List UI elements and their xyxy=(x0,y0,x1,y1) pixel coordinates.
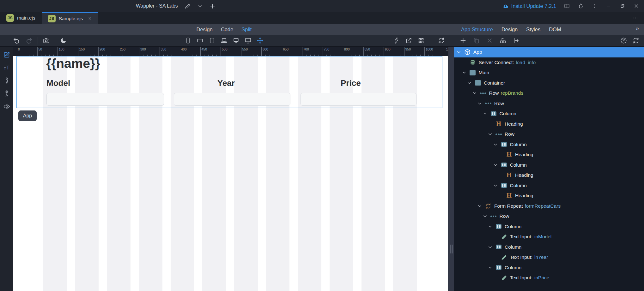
tree-row-row[interactable]: Row xyxy=(454,98,644,109)
device-desktop-large-icon[interactable] xyxy=(245,37,252,44)
year-heading[interactable]: Year xyxy=(217,78,235,88)
tree-row-repbrands[interactable]: RowrepBrands xyxy=(454,88,644,98)
tab-dom[interactable]: DOM xyxy=(549,27,561,33)
tree-row-column[interactable]: Column xyxy=(454,181,644,191)
split-view-icon[interactable] xyxy=(564,3,570,9)
typography-icon[interactable]: TT xyxy=(3,64,11,72)
tree-row-column[interactable]: Column xyxy=(454,222,644,232)
refresh-icon[interactable] xyxy=(438,37,445,44)
minimize-button[interactable] xyxy=(605,3,612,9)
chevron-down-icon[interactable] xyxy=(477,204,482,208)
tree-row-column[interactable]: Column xyxy=(454,263,644,273)
tree-row-heading[interactable]: HHeading xyxy=(454,119,644,129)
rename-project-pencil-icon[interactable] xyxy=(184,3,191,9)
chevron-down-icon[interactable] xyxy=(488,132,492,136)
project-chevron-down-icon[interactable] xyxy=(197,3,203,9)
chevron-down-icon[interactable] xyxy=(483,214,487,218)
view-mode-code[interactable]: Code xyxy=(221,27,233,33)
tree-row-column[interactable]: Column xyxy=(454,140,644,150)
theme-water-drop-icon[interactable] xyxy=(578,3,584,9)
new-project-plus-icon[interactable] xyxy=(209,3,216,9)
chevron-down-icon[interactable] xyxy=(488,224,492,229)
tree-row-heading[interactable]: HHeading xyxy=(454,191,644,201)
chevron-down-icon[interactable] xyxy=(493,142,498,147)
chevron-down-icon[interactable] xyxy=(483,111,487,116)
export-arrow-icon[interactable] xyxy=(513,37,520,44)
tree-row-main[interactable]: Main xyxy=(454,68,644,78)
qr-code-icon[interactable] xyxy=(417,37,425,44)
panel-refresh-icon[interactable] xyxy=(632,37,640,44)
model-text-input[interactable] xyxy=(46,93,164,106)
year-text-input[interactable] xyxy=(174,93,290,106)
tree-row-formrepeatcars[interactable]: Form RepeatformRepeatCars xyxy=(454,201,644,211)
device-phone-portrait-icon[interactable] xyxy=(185,37,192,44)
design-canvas[interactable]: {{name}} Model Year Price App xyxy=(13,56,448,291)
tab-app-structure[interactable]: App Structure xyxy=(461,27,493,33)
undo-icon[interactable] xyxy=(13,37,20,44)
tree-row-heading[interactable]: HHeading xyxy=(454,170,644,181)
screenshot-camera-icon[interactable] xyxy=(43,37,50,44)
tab-main-ejs[interactable]: JS main.ejs xyxy=(0,12,42,24)
tree-row-inmodel[interactable]: Text Input:inModel xyxy=(454,232,644,242)
view-mode-split[interactable]: Split xyxy=(241,27,252,33)
redo-icon[interactable] xyxy=(26,37,33,44)
edit-mode-icon[interactable] xyxy=(3,51,11,59)
panel-tabs-overflow-chevrons[interactable]: » xyxy=(636,25,639,32)
tab-styles[interactable]: Styles xyxy=(526,27,540,33)
more-vertical-icon[interactable] xyxy=(592,3,598,9)
view-mode-design[interactable]: Design xyxy=(197,27,213,33)
device-laptop-icon[interactable] xyxy=(221,37,228,44)
splitter-grip[interactable] xyxy=(450,245,453,253)
chevron-down-icon[interactable] xyxy=(472,91,477,95)
delete-icon[interactable] xyxy=(486,37,493,44)
tabbar-more-icon[interactable] xyxy=(633,16,638,20)
ruler-label: 1000 xyxy=(426,47,433,51)
price-text-input[interactable] xyxy=(301,93,416,106)
device-tablet-icon[interactable] xyxy=(209,37,216,44)
restore-button[interactable] xyxy=(619,3,626,9)
device-phone-landscape-icon[interactable] xyxy=(197,37,204,44)
chevron-down-icon[interactable] xyxy=(488,265,492,270)
responsive-move-icon[interactable] xyxy=(257,37,264,44)
duplicate-icon[interactable] xyxy=(473,37,480,44)
tree-node-label: Server Connect: xyxy=(479,60,514,65)
chevron-down-icon[interactable] xyxy=(457,50,461,54)
tree-row-load-info[interactable]: Server Connect:load_info xyxy=(454,57,644,68)
tree-row-container[interactable]: Container xyxy=(454,78,644,88)
tab-sample-ejs[interactable]: JS Sample.ejs xyxy=(42,12,99,24)
name-binding-heading[interactable]: {{name}} xyxy=(46,56,100,71)
tree-row-column[interactable]: Column xyxy=(454,109,644,119)
actions-lightning-icon[interactable] xyxy=(393,37,400,44)
model-heading[interactable]: Model xyxy=(46,78,70,88)
toolbar-separator xyxy=(38,37,38,45)
components-boxes-icon[interactable] xyxy=(499,37,507,44)
chevron-down-icon[interactable] xyxy=(467,81,471,85)
help-icon[interactable] xyxy=(620,37,627,44)
tree-row-column[interactable]: Column xyxy=(454,160,644,170)
install-update-link[interactable]: Install Update 7.2.1 xyxy=(502,3,556,9)
chevron-down-icon[interactable] xyxy=(477,101,482,106)
tree-row-app[interactable]: App xyxy=(454,47,644,57)
add-component-icon[interactable] xyxy=(459,37,467,44)
chevron-down-icon[interactable] xyxy=(493,183,498,188)
tree-row-heading[interactable]: HHeading xyxy=(454,150,644,160)
price-heading[interactable]: Price xyxy=(341,78,361,88)
close-button[interactable] xyxy=(633,3,640,9)
tree-row-row[interactable]: Row xyxy=(454,129,644,140)
eye-icon[interactable] xyxy=(3,103,11,110)
chevron-down-icon[interactable] xyxy=(493,163,498,167)
device-desktop-icon[interactable] xyxy=(233,37,240,44)
tab-design[interactable]: Design xyxy=(501,27,518,33)
chevron-down-icon[interactable] xyxy=(462,70,466,75)
tab-close-icon[interactable] xyxy=(88,16,92,21)
info-person-icon[interactable] xyxy=(3,77,11,85)
tree-row-inyear[interactable]: Text Input:inYear xyxy=(454,252,644,263)
tree-row-column[interactable]: Column xyxy=(454,242,644,252)
tree-row-inprice[interactable]: Text Input:inPrice xyxy=(454,273,644,283)
panel-splitter[interactable] xyxy=(448,24,454,291)
tree-row-row[interactable]: Row xyxy=(454,211,644,222)
share-export-icon[interactable] xyxy=(405,37,412,44)
chevron-down-icon[interactable] xyxy=(488,245,492,249)
dark-mode-moon-icon[interactable] xyxy=(60,37,67,44)
accessibility-icon[interactable] xyxy=(3,90,11,98)
